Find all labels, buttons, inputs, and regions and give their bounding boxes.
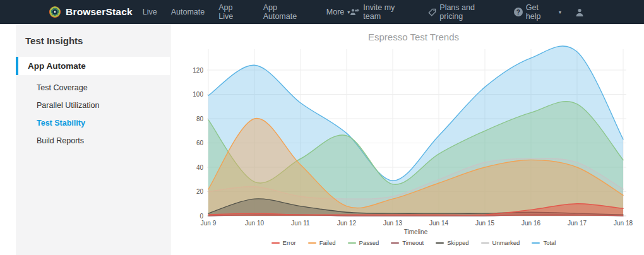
y-axis-tick: 0 <box>200 213 203 220</box>
legend-label: Unmarked <box>492 239 520 246</box>
top-nav: BrowserStack Live Automate App Live App … <box>0 0 644 24</box>
legend-item-failed[interactable]: Failed <box>308 239 336 246</box>
browserstack-logo[interactable]: BrowserStack <box>49 6 133 18</box>
legend-item-total[interactable]: Total <box>532 239 556 246</box>
y-axis-tick: 100 <box>193 91 203 98</box>
account-button[interactable] <box>575 8 584 16</box>
x-axis-tick: Jun 13 <box>383 220 402 227</box>
legend-swatch-passed <box>348 242 356 244</box>
tag-icon <box>428 8 436 16</box>
chevron-down-icon: ▾ <box>347 10 350 15</box>
legend-label: Skipped <box>447 239 468 246</box>
sidebar-item-parallel-utilization[interactable]: Parallel Utilization <box>16 97 170 114</box>
legend-item-passed[interactable]: Passed <box>348 239 379 246</box>
page-title: Test Insights <box>16 24 170 46</box>
help-icon: ? <box>514 8 523 16</box>
brand-name: BrowserStack <box>66 6 133 18</box>
y-axis-tick: 120 <box>193 67 203 74</box>
sidebar-item-test-coverage[interactable]: Test Coverage <box>16 79 170 97</box>
x-axis-tick: Jun 9 <box>201 220 217 227</box>
legend-swatch-skipped <box>436 242 444 244</box>
nav-item-live[interactable]: Live <box>143 8 157 16</box>
x-axis-tick: Jun 14 <box>429 220 448 227</box>
legend-swatch-timeout <box>391 242 399 244</box>
x-axis-tick: Jun 10 <box>245 220 264 227</box>
legend-swatch-unmarked <box>481 242 489 244</box>
x-axis-tick: Jun 11 <box>291 220 310 227</box>
sidebar-item-build-reports[interactable]: Build Reports <box>16 132 170 150</box>
primary-nav: Live Automate App Live App Automate More… <box>143 3 350 21</box>
browserstack-logo-icon <box>49 6 61 18</box>
nav-item-app-automate[interactable]: App Automate <box>263 3 313 21</box>
nav-item-app-live[interactable]: App Live <box>218 3 249 21</box>
secondary-nav: Invite my team Plans and pricing ? Get h… <box>350 3 644 21</box>
x-axis-label: Timeline <box>404 228 428 235</box>
sidebar-item-test-stability[interactable]: Test Stability <box>16 114 170 132</box>
legend-item-unmarked[interactable]: Unmarked <box>481 239 520 246</box>
x-axis-tick: Jun 17 <box>568 220 587 227</box>
legend-label: Failed <box>319 239 336 246</box>
invite-team-icon <box>350 8 360 16</box>
y-axis-tick: 20 <box>196 188 204 195</box>
y-axis-tick: 80 <box>196 116 204 122</box>
legend-item-skipped[interactable]: Skipped <box>436 239 468 246</box>
plans-pricing-link[interactable]: Plans and pricing <box>428 3 500 21</box>
nav-item-automate[interactable]: Automate <box>171 8 205 16</box>
x-axis-tick: Jun 12 <box>337 220 356 227</box>
sidebar-items: Test CoverageParallel UtilizationTest St… <box>16 79 170 150</box>
invite-team-link[interactable]: Invite my team <box>350 3 414 21</box>
get-help-link[interactable]: ? Get help ▾ <box>514 3 561 21</box>
legend-item-timeout[interactable]: Timeout <box>391 239 424 246</box>
chevron-down-icon: ▾ <box>559 10 561 15</box>
x-axis-tick: Jun 16 <box>522 220 540 227</box>
trend-chart: 020406080100120Jun 9Jun 10Jun 11Jun 12Ju… <box>189 28 638 239</box>
legend-label: Total <box>543 239 556 246</box>
chart-legend: ErrorFailedPassedTimeoutSkippedUnmarkedT… <box>189 239 638 246</box>
x-axis-tick: Jun 15 <box>475 220 494 227</box>
legend-label: Timeout <box>402 239 424 246</box>
y-axis-tick: 60 <box>196 139 204 146</box>
legend-label: Passed <box>359 239 379 246</box>
sidebar: Test Insights App Automate Test Coverage… <box>16 24 170 255</box>
sidebar-section-app-automate[interactable]: App Automate <box>16 57 170 75</box>
legend-swatch-error <box>271 242 280 244</box>
legend-swatch-failed <box>308 242 316 244</box>
legend-label: Error <box>283 239 296 246</box>
x-axis-tick: Jun 18 <box>614 220 633 227</box>
user-icon <box>575 8 584 16</box>
y-axis-tick: 40 <box>196 164 204 171</box>
legend-item-error[interactable]: Error <box>271 239 296 246</box>
nav-item-more[interactable]: More▾ <box>326 8 350 16</box>
legend-swatch-total <box>532 242 540 244</box>
